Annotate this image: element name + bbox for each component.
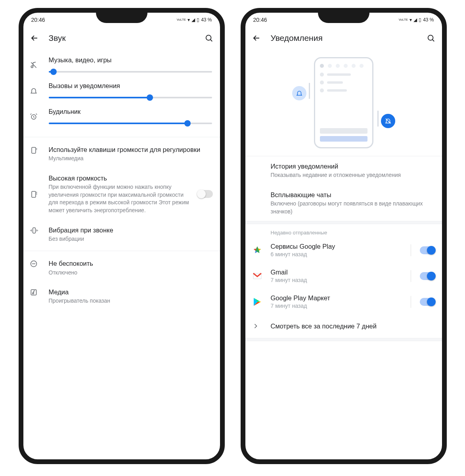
svg-rect-3 xyxy=(32,148,36,154)
row-bubbles[interactable]: Всплывающие чаты Включено (разговоры мог… xyxy=(245,185,442,221)
toggle-high-volume[interactable] xyxy=(198,190,213,198)
content: История уведомлений Показывать недавние … xyxy=(245,49,442,459)
row-see-all[interactable]: Смотреть все за последние 7 дней xyxy=(245,315,442,338)
illustration xyxy=(245,49,442,156)
app-row-google-play-services[interactable]: Сервисы Google Play 6 минут назад xyxy=(245,237,442,263)
phone-loud-icon xyxy=(30,189,49,199)
phone-left: 20:46 VoLTE ▾ ◢ ▯ 43 % Звук Музыка, виде… xyxy=(19,8,225,464)
slider-track[interactable] xyxy=(49,71,212,73)
phone-right: 20:46 VoLTE ▾ ◢ ▯ 43 % Уведомления xyxy=(241,8,447,464)
svg-rect-5 xyxy=(33,228,35,233)
back-icon[interactable] xyxy=(30,33,39,43)
slider-track[interactable] xyxy=(49,123,212,124)
row-media[interactable]: Медиа Проигрыватель показан xyxy=(23,282,220,311)
row-vibration[interactable]: Вибрация при звонке Без вибрации xyxy=(23,220,220,249)
media-icon xyxy=(30,288,49,296)
slider-label: Музыка, видео, игры xyxy=(49,56,212,64)
phone-volume-icon xyxy=(30,145,49,155)
toolbar: Уведомления xyxy=(245,27,442,49)
wifi-icon: ▾ xyxy=(410,17,412,23)
signal-icon: ◢ xyxy=(413,17,417,23)
notch xyxy=(96,13,147,23)
toggle-app[interactable] xyxy=(420,272,435,280)
search-icon[interactable] xyxy=(204,33,214,43)
notch xyxy=(318,13,369,23)
signal-icon: ◢ xyxy=(191,17,195,23)
row-high-volume[interactable]: Высокая громкость При включенной функции… xyxy=(23,168,220,220)
bell-on-icon xyxy=(292,86,306,100)
status-time: 20:46 xyxy=(253,17,267,23)
slider-track[interactable] xyxy=(49,97,212,98)
play-store-icon xyxy=(252,296,263,307)
toggle-app[interactable] xyxy=(420,246,435,254)
chevron-right-icon xyxy=(252,322,271,330)
content: Музыка, видео, игры Вызовы и уведомления xyxy=(23,49,220,459)
status-time: 20:46 xyxy=(31,17,45,23)
page-title: Уведомления xyxy=(271,33,417,43)
slider-media[interactable]: Музыка, видео, игры xyxy=(23,49,220,75)
slider-label: Будильник xyxy=(49,108,212,115)
battery-icon: ▯ xyxy=(197,17,199,23)
slider-label: Вызовы и уведомления xyxy=(49,82,212,90)
slider-alarm[interactable]: Будильник xyxy=(23,101,220,134)
toggle-app[interactable] xyxy=(420,298,435,306)
svg-point-0 xyxy=(206,35,211,40)
gmail-icon xyxy=(252,271,263,282)
page-title: Звук xyxy=(49,33,195,43)
toolbar: Звук xyxy=(23,27,220,49)
bell-off-icon xyxy=(381,114,395,128)
battery-icon: ▯ xyxy=(419,17,421,23)
search-icon[interactable] xyxy=(426,33,436,43)
bell-icon xyxy=(30,82,49,98)
music-off-icon xyxy=(30,56,49,73)
vibration-icon xyxy=(30,226,49,234)
svg-point-9 xyxy=(428,35,433,40)
app-row-play-market[interactable]: Google Play Маркет 7 минут назад xyxy=(245,289,442,315)
back-icon[interactable] xyxy=(252,33,261,43)
row-dnd[interactable]: Не беспокоить Отключено xyxy=(23,253,220,282)
status-icons: VoLTE ▾ ◢ ▯ 43 % xyxy=(177,17,212,23)
svg-rect-4 xyxy=(32,192,36,198)
dnd-icon xyxy=(30,259,49,268)
status-icons: VoLTE ▾ ◢ ▯ 43 % xyxy=(399,17,434,23)
row-history[interactable]: История уведомлений Показывать недавние … xyxy=(245,156,442,185)
row-volume-keys[interactable]: Используйте клавиши громкости для регули… xyxy=(23,140,220,168)
app-row-gmail[interactable]: Gmail 7 минут назад xyxy=(245,263,442,289)
wifi-icon: ▾ xyxy=(188,17,190,23)
section-recent: Недавно отправленные xyxy=(245,224,442,237)
slider-ring[interactable]: Вызовы и уведомления xyxy=(23,75,220,101)
google-play-services-icon xyxy=(252,245,263,256)
alarm-icon xyxy=(30,108,49,124)
